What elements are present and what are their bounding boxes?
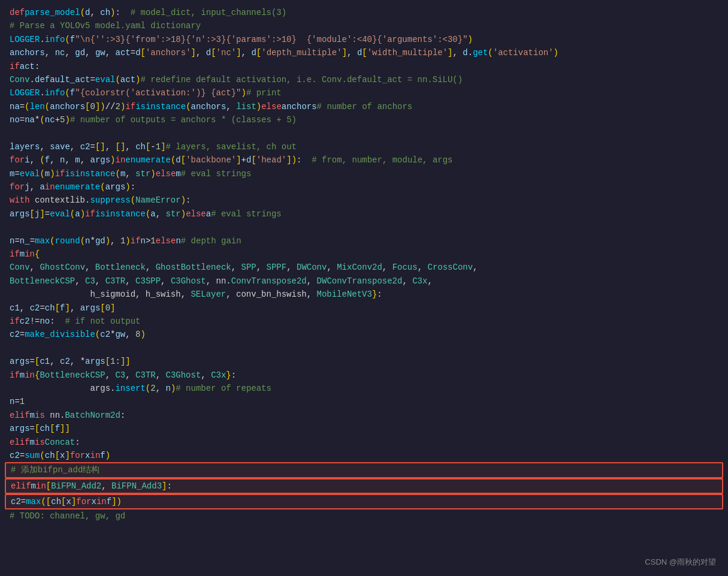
watermark-text: CSDN @雨秋的对望 (645, 556, 716, 569)
code-container: def parse_model(d, ch): # model_dict, in… (0, 0, 728, 576)
code-line: args[j] = eval(a) if isinstance(a, str) … (0, 207, 728, 221)
code-line: elif m is Concat: (0, 436, 728, 449)
code-line: anchors, nc, gd, gw, act = d['anchors'],… (0, 46, 728, 59)
code-line: c2 = max([ch[x] for x in f]) (5, 494, 723, 509)
code-line: c2 = sum(ch[x] for x in f) (0, 449, 728, 462)
code-line: if m in {BottleneckCSP, C3, C3TR, C3Ghos… (0, 369, 728, 382)
code-line: # TODO: channel, gw, gd (0, 509, 728, 523)
code-line (0, 342, 728, 355)
code-line (0, 221, 728, 234)
code-line: args = [c1, c2, *args[1:]] (0, 355, 728, 368)
code-line: elif m is nn.BatchNorm2d: (0, 409, 728, 422)
code-line: if c2 != no: # if not output (0, 315, 728, 328)
code-line: layers, save, c2 = [], [], ch[-1] # laye… (0, 140, 728, 153)
code-line: LOGGER.info(f"{colorstr('activation:')} … (0, 86, 728, 99)
code-line: na = (len(anchors[0]) // 2) if isinstanc… (0, 100, 728, 113)
code-line: def parse_model(d, ch): # model_dict, in… (0, 6, 728, 19)
code-line: # 添加bifpn_add结构 (5, 462, 723, 478)
code-block: def parse_model(d, ch): # model_dict, in… (0, 6, 728, 523)
code-line: h_sigmoid, h_swish, SELayer, conv_bn_hsw… (0, 288, 728, 301)
code-line: LOGGER.info(f"\n{'':>3}{'from':>18}{'n':… (0, 33, 728, 46)
code-line: m = eval(m) if isinstance(m, str) else m… (0, 167, 728, 180)
code-line: for i, (f, n, m, args) in enumerate(d['b… (0, 153, 728, 167)
code-line: BottleneckCSP, C3, C3TR, C3SPP, C3Ghost,… (0, 275, 728, 288)
code-line: args.insert(2, n) # number of repeats (0, 382, 728, 395)
code-line (0, 127, 728, 140)
code-line: n = 1 (0, 395, 728, 408)
code-line: elif m in [BiFPN_Add2, BiFPN_Add3]: (5, 478, 723, 494)
code-line: args = [ch[f]] (0, 422, 728, 435)
code-line: for j, a in enumerate(args): (0, 180, 728, 194)
code-line: Conv.default_act = eval(act) # redefine … (0, 73, 728, 86)
code-line: if m in { (0, 248, 728, 261)
code-line: with contextlib.suppress(NameError): (0, 194, 728, 207)
code-line: n = n_ = max(round(n * gd), 1) if n > 1 … (0, 234, 728, 248)
code-line: c1, c2 = ch[f], args[0] (0, 301, 728, 315)
code-line: no = na * (nc + 5) # number of outputs =… (0, 113, 728, 126)
code-line: if act: (0, 60, 728, 73)
code-line: c2 = make_divisible(c2 * gw, 8) (0, 328, 728, 341)
code-line: Conv, GhostConv, Bottleneck, GhostBottle… (0, 261, 728, 274)
code-line: # Parse a YOLOv5 model.yaml dictionary (0, 19, 728, 32)
